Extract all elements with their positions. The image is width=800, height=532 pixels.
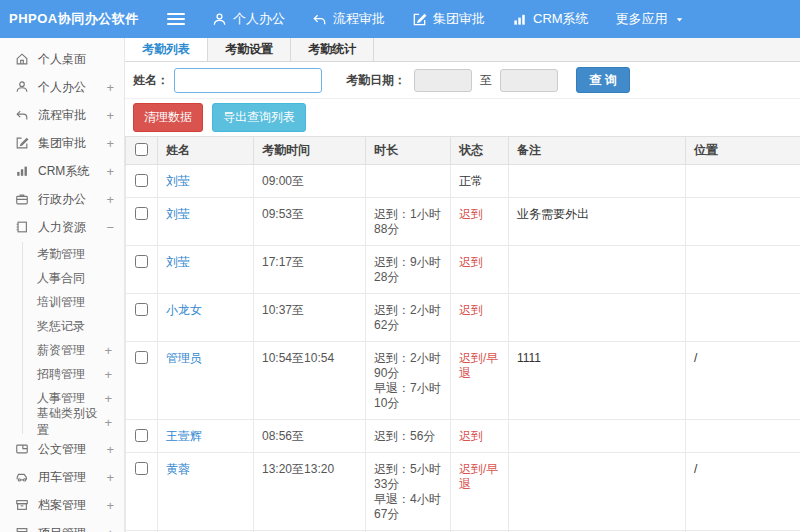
row-time: 09:53至 [254,198,366,246]
sidebar-subitem-rewards[interactable]: 奖惩记录 [23,314,124,338]
row-status: 迟到 [459,255,483,269]
sidebar-item-vehicle[interactable]: 用车管理 + [0,463,124,491]
row-name-link[interactable]: 黄蓉 [166,462,190,476]
sidebar-subitem-personnel-contract[interactable]: 人事合同 [23,266,124,290]
main-content: 考勤列表 考勤设置 考勤统计 姓名： 考勤日期： 至 查 询 清理数据 导出查询… [125,38,800,532]
sidebar-item-project[interactable]: 项目管理 + [0,519,124,532]
sidebar-subitem-attendance[interactable]: 考勤管理 [23,242,124,266]
row-status: 迟到/早退 [459,462,498,491]
tab-attendance-stats[interactable]: 考勤统计 [291,38,374,61]
sidebar-subitem-basic-category[interactable]: 基础类别设置 + [23,410,124,434]
sidebar-item-admin-office[interactable]: 行政办公 + [0,185,124,213]
clear-data-button[interactable]: 清理数据 [133,103,203,132]
name-input[interactable] [174,68,322,93]
row-duration-line1: 迟到：2小时62分 [374,303,442,333]
col-header-note: 备注 [509,137,686,165]
sidebar-item-archive[interactable]: 档案管理 + [0,491,124,519]
topnav-item-group-approval[interactable]: 集团审批 [412,10,485,28]
row-note [509,165,686,198]
row-duration-line1: 迟到：56分 [374,429,442,444]
sidebar-item-workflow-approval[interactable]: 流程审批 + [0,101,124,129]
edit-icon [15,136,29,150]
date-to-input[interactable] [500,69,558,92]
row-checkbox[interactable] [135,174,148,187]
address-book-icon [15,220,29,234]
row-location [686,294,800,342]
row-checkbox[interactable] [135,255,148,268]
table-row: 刘莹 17:17至 迟到：9小时28分 迟到 [126,246,800,294]
table-row: 王壹辉 08:56至 迟到：56分 迟到 [126,420,800,453]
topnav-label: 流程审批 [333,10,385,28]
col-header-duration: 时长 [366,137,451,165]
sidebar-item-personal-desktop[interactable]: 个人桌面 [0,45,124,73]
row-duration-line1: 迟到：1小时88分 [374,207,442,237]
table-row: 刘莹 09:53至 迟到：1小时88分 迟到 业务需要外出 [126,198,800,246]
row-checkbox[interactable] [135,351,148,364]
row-status: 正常 [459,174,483,188]
row-checkbox[interactable] [135,207,148,220]
row-duration-line2: 早退：4小时67分 [374,492,442,522]
sidebar-subitem-recruitment[interactable]: 招聘管理 + [23,362,124,386]
row-location [686,198,800,246]
topnav-item-personal-office[interactable]: 个人办公 [212,10,285,28]
user-icon [15,80,29,94]
edit-icon [412,12,427,27]
row-time: 09:00至 [254,165,366,198]
sidebar-item-crm[interactable]: CRM系统 + [0,157,124,185]
sidebar-item-personal-office[interactable]: 个人办公 + [0,73,124,101]
row-time: 13:20至13:20 [254,453,366,531]
col-header-name: 姓名 [158,137,254,165]
table-row: 管理员 10:54至10:54 迟到：2小时90分 早退：7小时10分 迟到/早… [126,342,800,420]
row-checkbox[interactable] [135,462,148,475]
user-icon [212,12,227,27]
row-name-link[interactable]: 小龙女 [166,303,202,317]
sidebar-item-hr[interactable]: 人力资源 − [0,213,124,241]
col-header-status: 状态 [451,137,509,165]
row-checkbox[interactable] [135,303,148,316]
row-location: / [686,453,800,531]
row-checkbox[interactable] [135,429,148,442]
select-all-checkbox[interactable] [135,143,148,156]
document-icon [15,442,29,456]
date-label: 考勤日期： [346,72,406,89]
hamburger-menu-icon[interactable] [167,13,185,26]
sidebar-subitem-salary[interactable]: 薪资管理 + [23,338,124,362]
export-list-button[interactable]: 导出查询列表 [212,103,306,132]
date-from-input[interactable] [414,69,472,92]
tab-attendance-settings[interactable]: 考勤设置 [208,38,291,61]
briefcase-icon [15,192,29,206]
col-header-time: 考勤时间 [254,137,366,165]
col-header-location: 位置 [686,137,800,165]
filter-bar: 姓名： 考勤日期： 至 查 询 [125,62,800,99]
row-status: 迟到 [459,429,483,443]
row-location [686,246,800,294]
row-note [509,420,686,453]
row-note [509,246,686,294]
row-name-link[interactable]: 管理员 [166,351,202,365]
search-button[interactable]: 查 询 [576,67,630,93]
topnav-item-workflow-approval[interactable]: 流程审批 [312,10,385,28]
tab-attendance-list[interactable]: 考勤列表 [125,38,208,61]
sidebar-item-group-approval[interactable]: 集团审批 + [0,129,124,157]
topnav-label: 集团审批 [433,10,485,28]
sidebar-subitem-training[interactable]: 培训管理 [23,290,124,314]
caret-down-icon [674,14,685,25]
sidebar-item-document[interactable]: 公文管理 + [0,435,124,463]
row-duration-line2: 早退：7小时10分 [374,381,442,411]
project-grid-icon [15,526,29,532]
topnav-item-crm[interactable]: CRM系统 [512,10,589,28]
row-name-link[interactable]: 刘莹 [166,174,190,188]
row-name-link[interactable]: 刘莹 [166,207,190,221]
row-name-link[interactable]: 刘莹 [166,255,190,269]
topnav-item-more-apps[interactable]: 更多应用 [616,10,685,28]
row-name-link[interactable]: 王壹辉 [166,429,202,443]
row-location: / [686,342,800,420]
car-icon [15,470,29,484]
archive-icon [15,498,29,512]
row-status: 迟到 [459,207,483,221]
top-header: PHPOA协同办公软件 个人办公 流程审批 集团审批 CRM系统 [0,0,800,38]
topnav-label: 更多应用 [616,10,668,28]
app-logo: PHPOA协同办公软件 [0,10,125,28]
attendance-table: 姓名 考勤时间 时长 状态 备注 位置 刘莹 09:00至 正常 刘莹 09:5… [125,136,800,532]
table-row: 刘莹 09:00至 正常 [126,165,800,198]
